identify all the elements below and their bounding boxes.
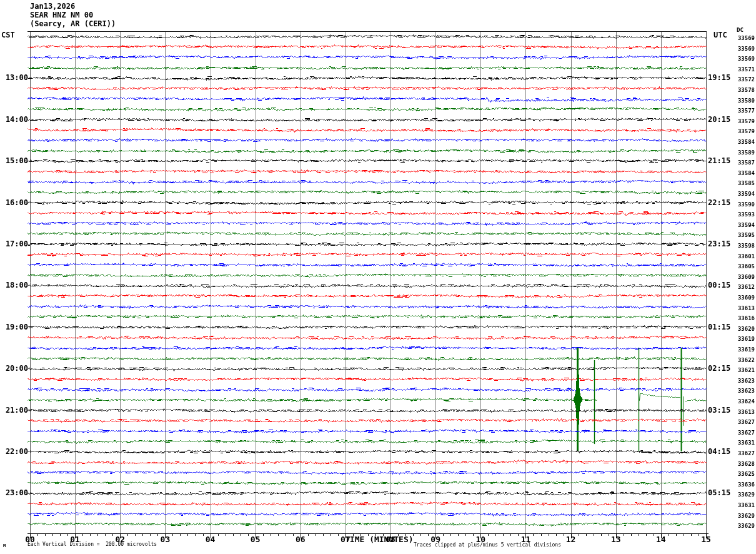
cst-hour-label: 18:00: [0, 281, 28, 289]
dc-count-value: 33622: [731, 358, 755, 363]
dc-count-value: 33585: [731, 181, 755, 186]
dc-label: DC: [737, 28, 744, 33]
x-axis-tick-label: 04: [201, 535, 220, 544]
cst-hour-label: 15:00: [0, 157, 28, 164]
helicorder-screen: Jan13,2026SEAR HNZ NM 00(Searcy, AR (CER…: [0, 0, 756, 554]
x-axis-tick-label: 14: [652, 535, 670, 544]
dc-count-value: 33587: [731, 160, 755, 166]
dc-count-value: 33609: [731, 274, 755, 280]
utc-time-label: 03:15: [708, 406, 734, 414]
dc-count-value: 33628: [731, 461, 755, 467]
dc-count-value: 33631: [731, 503, 755, 508]
dc-count-value: 33609: [731, 295, 755, 301]
dc-count-value: 33594: [731, 223, 755, 228]
dc-count-value: 33569: [731, 56, 755, 62]
dc-count-value: 33619: [731, 336, 755, 342]
dc-count-value: 33627: [731, 430, 755, 436]
dc-count-value: 33623: [731, 388, 755, 394]
utc-label: UTC: [714, 31, 727, 39]
x-axis-tick-label: 15: [697, 535, 715, 544]
dc-count-value: 33621: [731, 368, 755, 373]
dc-count-value: 33577: [731, 108, 755, 114]
dc-count-value: 33620: [731, 326, 755, 332]
utc-time-label: 22:15: [708, 199, 734, 206]
dc-count-value: 33584: [731, 171, 755, 176]
cst-label: CST: [1, 31, 15, 39]
utc-time-label: 02:15: [708, 365, 734, 372]
dc-count-value: 33619: [731, 347, 755, 353]
cst-hour-label: 21:00: [0, 406, 28, 414]
corner-glyph: M: [3, 543, 6, 548]
x-axis-tick-label: 06: [291, 535, 310, 544]
cst-hour-label: 16:00: [0, 199, 28, 206]
utc-time-label: 19:15: [708, 74, 734, 81]
dc-count-value: 33605: [731, 264, 755, 269]
dc-count-value: 33623: [731, 378, 755, 384]
clip-note: Traces clipped at plus/minus 5 vertical …: [414, 542, 561, 548]
dc-count-value: 33629: [731, 492, 755, 498]
x-axis-tick-label: 05: [246, 535, 265, 544]
cst-hour-label: 22:00: [0, 448, 28, 455]
dc-count-value: 33569: [731, 36, 755, 41]
dc-count-value: 33629: [731, 523, 755, 529]
vertical-scale-note: Each Vertical Division = 200.00 microvol…: [27, 541, 157, 547]
title-station: SEAR HNZ NM 00: [30, 11, 93, 19]
dc-count-value: 33593: [731, 212, 755, 218]
utc-time-label: 00:15: [708, 281, 734, 289]
utc-time-label: 04:15: [708, 448, 734, 455]
dc-count-value: 33589: [731, 150, 755, 156]
utc-time-label: 05:15: [708, 489, 734, 496]
dc-count-value: 33616: [731, 316, 755, 321]
x-axis-tick-label: 03: [156, 535, 174, 544]
dc-count-value: 33624: [731, 399, 755, 405]
utc-time-label: 01:15: [708, 323, 734, 331]
dc-count-value: 33579: [731, 129, 755, 134]
dc-count-value: 33627: [731, 420, 755, 425]
dc-count-value: 33578: [731, 88, 755, 93]
dc-count-value: 33590: [731, 202, 755, 208]
utc-time-label: 20:15: [708, 116, 734, 123]
dc-count-value: 33580: [731, 98, 755, 104]
dc-count-value: 33629: [731, 513, 755, 519]
cst-hour-label: 14:00: [0, 116, 28, 123]
dc-count-value: 33569: [731, 46, 755, 52]
cst-hour-label: 19:00: [0, 323, 28, 331]
title-date: Jan13,2026: [30, 2, 75, 11]
dc-count-value: 33625: [731, 471, 755, 477]
dc-count-value: 33627: [731, 451, 755, 456]
dc-count-value: 33613: [731, 306, 755, 311]
dc-count-value: 33612: [731, 285, 755, 290]
dc-count-value: 33613: [731, 410, 755, 415]
utc-time-label: 21:15: [708, 157, 734, 164]
dc-count-value: 33598: [731, 243, 755, 249]
dc-count-value: 33601: [731, 254, 755, 259]
cst-hour-label: 17:00: [0, 240, 28, 248]
dc-count-value: 33636: [731, 482, 755, 488]
cst-hour-label: 23:00: [0, 489, 28, 496]
dc-count-value: 33631: [731, 440, 755, 446]
x-axis-title: TIME (MINUTES): [345, 535, 414, 544]
dc-count-value: 33594: [731, 191, 755, 197]
cst-hour-label: 13:00: [0, 74, 28, 81]
dc-count-value: 33595: [731, 233, 755, 238]
dc-count-value: 33579: [731, 119, 755, 124]
x-axis-tick-label: 13: [607, 535, 625, 544]
dc-count-value: 33572: [731, 77, 755, 83]
title-location: (Searcy, AR (CERI)): [30, 19, 116, 28]
cst-hour-label: 20:00: [0, 365, 28, 372]
dc-count-value: 33571: [731, 67, 755, 73]
dc-count-value: 33584: [731, 139, 755, 145]
helicorder-plot-canvas: [0, 0, 756, 554]
x-axis-tick-label: 12: [562, 535, 580, 544]
utc-time-label: 23:15: [708, 240, 734, 248]
